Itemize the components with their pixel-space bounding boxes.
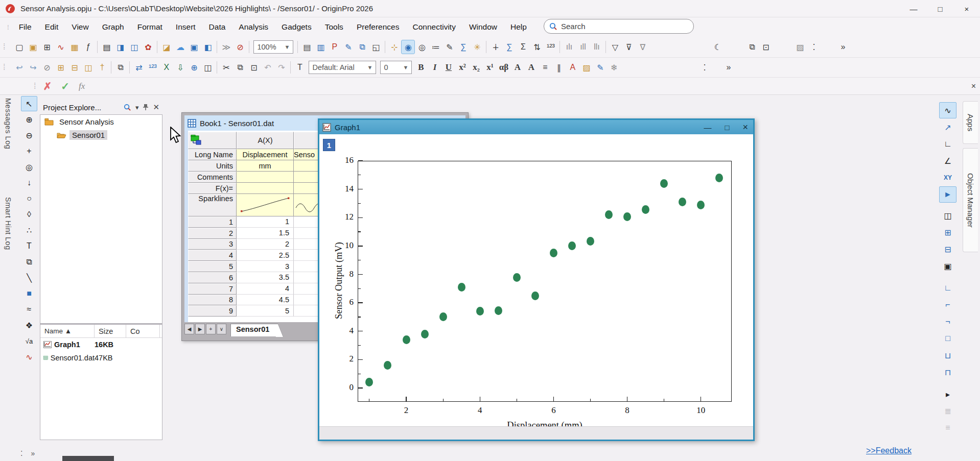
menu-tools[interactable]: Tools xyxy=(318,19,350,35)
column-plot-3-icon[interactable]: llı xyxy=(590,40,603,54)
filter-icon[interactable]: ▽ xyxy=(608,40,622,54)
pin-icon[interactable]: † xyxy=(95,60,109,75)
copy-format-icon[interactable]: ⧉ xyxy=(745,40,759,54)
cell-a-5[interactable]: 3 xyxy=(237,261,294,272)
cluster-tool-icon[interactable]: ∴ xyxy=(21,223,37,238)
cell-a-4[interactable]: 2.5 xyxy=(237,250,294,261)
nav-forward-icon[interactable]: ↪ xyxy=(26,60,40,75)
new-function-icon[interactable]: ƒ xyxy=(81,40,95,54)
paste-icon[interactable]: ⊡ xyxy=(247,60,261,75)
layer-badge[interactable]: 1 xyxy=(323,139,335,151)
copy-page-icon[interactable]: ◱ xyxy=(369,40,383,54)
graph-close-icon[interactable]: × xyxy=(742,122,748,133)
cell-a-8[interactable]: 4.5 xyxy=(237,295,294,306)
fit-curve-tool-icon[interactable]: ∿ xyxy=(21,349,37,365)
graph-wizard-icon[interactable]: ► xyxy=(939,186,956,203)
tree-item-sensor01[interactable]: Sensor01 xyxy=(40,128,162,141)
axis-frame-open-top-icon[interactable]: ⊔ xyxy=(939,347,956,363)
menu-window[interactable]: Window xyxy=(462,19,504,35)
set-col-values-icon[interactable]: ¹²³ xyxy=(146,60,159,75)
font-color-icon[interactable]: A xyxy=(566,60,579,75)
graph-maximize-icon[interactable]: □ xyxy=(725,123,729,132)
sum-column-icon[interactable]: ∑ xyxy=(502,40,516,54)
project-diagram-icon[interactable]: ⊹ xyxy=(387,40,401,54)
format-subscript-icon[interactable]: x₂ xyxy=(469,60,483,75)
fill-color-icon[interactable]: ▨ xyxy=(579,60,593,75)
axis-frame-tl-icon[interactable]: ⌐ xyxy=(939,297,956,313)
copy-graph-icon[interactable]: ⧉ xyxy=(355,40,369,54)
feedback-link[interactable]: >>Feedback xyxy=(866,446,912,455)
menu-insert[interactable]: Insert xyxy=(169,19,202,35)
filter-reapply-icon[interactable]: ∇ xyxy=(636,40,649,54)
filter-lock-icon[interactable]: ⊽ xyxy=(622,40,636,54)
sheet-tab-sensor01[interactable]: Sensor01 xyxy=(230,324,278,336)
rectangle-tool-icon[interactable]: ■ xyxy=(21,286,37,301)
statistics-icon[interactable]: Σ xyxy=(516,40,530,54)
duplicate-window-icon[interactable]: ⧉ xyxy=(113,60,127,75)
import-data-icon[interactable]: ⇩ xyxy=(173,60,187,75)
effects-icon[interactable]: ❄ xyxy=(607,60,621,75)
annotation-tool-icon[interactable]: ↓ xyxy=(21,175,37,190)
graph-object-tool-icon[interactable]: ⧉ xyxy=(21,254,37,270)
panel-grid-icon[interactable]: ⊞ xyxy=(939,224,956,240)
data-reader-icon[interactable]: ◎ xyxy=(21,159,37,175)
formula-apply-icon[interactable]: ✓ xyxy=(61,80,69,92)
merge-graphs-icon[interactable]: ◫ xyxy=(81,60,95,75)
file-list-row-graph1[interactable]: Graph116KB xyxy=(40,338,162,351)
run-script-icon[interactable]: ≫ xyxy=(219,40,233,54)
menu-view[interactable]: View xyxy=(65,19,95,35)
menubar-drag-handle[interactable]: ⁞ xyxy=(7,23,9,31)
rescale-axes-icon[interactable]: ↗ xyxy=(939,119,956,135)
formula-fx-icon[interactable]: fx xyxy=(79,81,85,91)
format-font-larger-icon[interactable]: A xyxy=(510,60,524,75)
font-tool-icon[interactable]: T xyxy=(293,60,307,75)
font-size-combo[interactable]: 0▼ xyxy=(380,61,412,74)
mini-expand-icon[interactable]: ▸ xyxy=(939,386,956,402)
more-tb1-icon[interactable]: ⁚ xyxy=(807,40,821,54)
add-column-icon[interactable]: ∔ xyxy=(488,40,502,54)
format-supersubscript-icon[interactable]: x¹ xyxy=(483,60,497,75)
file-list-column-size[interactable]: Size xyxy=(95,325,126,337)
cut-icon[interactable]: ✂ xyxy=(219,60,233,75)
sort-icon[interactable]: ⇅ xyxy=(530,40,544,54)
open-icon[interactable]: ◪ xyxy=(159,40,173,54)
menu-graph[interactable]: Graph xyxy=(96,19,131,35)
presentation-icon[interactable]: ▥ xyxy=(314,40,328,54)
axis-scale-icon[interactable]: ∟ xyxy=(939,136,956,152)
excel-import-icon[interactable]: X xyxy=(159,60,173,75)
open-cloud-icon[interactable]: ☁ xyxy=(173,40,187,54)
axis-frame-tr-icon[interactable]: ¬ xyxy=(939,313,956,330)
app-center-icon[interactable]: ✳ xyxy=(470,40,484,54)
axis-frame-box-icon[interactable]: □ xyxy=(939,330,956,347)
new-notes-icon[interactable]: ▤ xyxy=(100,40,113,54)
window-copies-icon[interactable]: ◫ xyxy=(201,60,215,75)
zoom-curve-icon[interactable]: ◎ xyxy=(415,40,429,54)
theme-gallery-icon[interactable]: ▨ xyxy=(793,40,807,54)
polyline-tool-icon[interactable]: ≈ xyxy=(21,302,37,317)
worksheet-origin-cell[interactable] xyxy=(188,132,237,149)
more-tb2-icon[interactable]: ⁚ xyxy=(697,60,711,75)
menu-data[interactable]: Data xyxy=(202,19,232,35)
tab-object-manager[interactable]: Object Manager xyxy=(963,148,978,252)
distribute-icon[interactable]: ∥ xyxy=(552,60,566,75)
cell-a-2[interactable]: 1.5 xyxy=(237,228,294,239)
menu-format[interactable]: Format xyxy=(131,19,169,35)
file-list-row-sensor01.dat[interactable]: Sensor01.dat47KB xyxy=(40,351,162,365)
font-name-combo[interactable]: Default: Arial▼ xyxy=(309,61,376,74)
format-bold-icon[interactable]: B xyxy=(414,60,428,75)
close-panel-icon[interactable]: ✕ xyxy=(153,103,159,112)
formula-cancel-icon[interactable]: ✗ xyxy=(43,80,52,92)
dark-mode-icon[interactable]: ☾ xyxy=(711,40,725,54)
sheet-nav-right-icon[interactable]: ▶ xyxy=(195,324,205,334)
new-project-icon[interactable]: ▢ xyxy=(12,40,26,54)
column-plot-icon[interactable]: ılı xyxy=(562,40,576,54)
menu-file[interactable]: File xyxy=(12,19,38,35)
search-input[interactable] xyxy=(561,22,679,31)
new-layout-icon[interactable]: ◨ xyxy=(113,40,127,54)
format-superscript-icon[interactable]: x² xyxy=(455,60,469,75)
tab-smart-hint-log[interactable]: Smart Hint Log xyxy=(4,197,12,250)
import-wizard-icon[interactable]: ✿ xyxy=(141,40,155,54)
sheet-add-icon[interactable]: + xyxy=(206,324,216,334)
powerpoint-icon[interactable]: P xyxy=(328,40,341,54)
align-icon[interactable]: ≡ xyxy=(538,60,552,75)
